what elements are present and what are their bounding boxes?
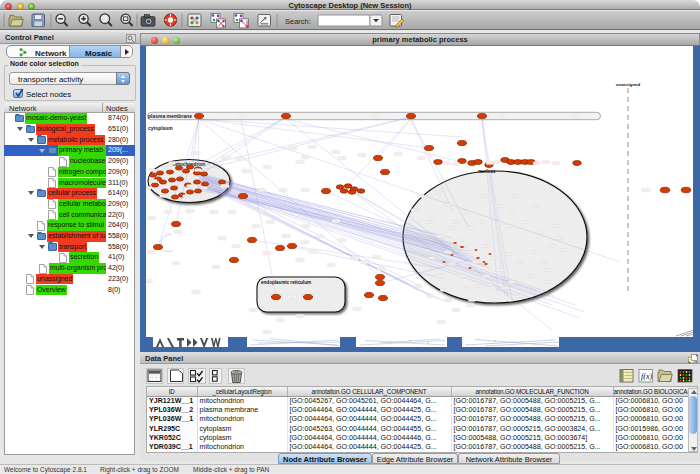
svg-text:Search:: Search: xyxy=(285,16,311,25)
svg-text:plasma membrane: plasma membrane xyxy=(148,113,192,119)
svg-text:cytoplasm: cytoplasm xyxy=(148,125,173,131)
svg-text:unassigned: unassigned xyxy=(616,82,641,87)
svg-text:endoplasmic reticulum: endoplasmic reticulum xyxy=(261,280,311,285)
svg-text:f(x): f(x) xyxy=(641,372,652,381)
